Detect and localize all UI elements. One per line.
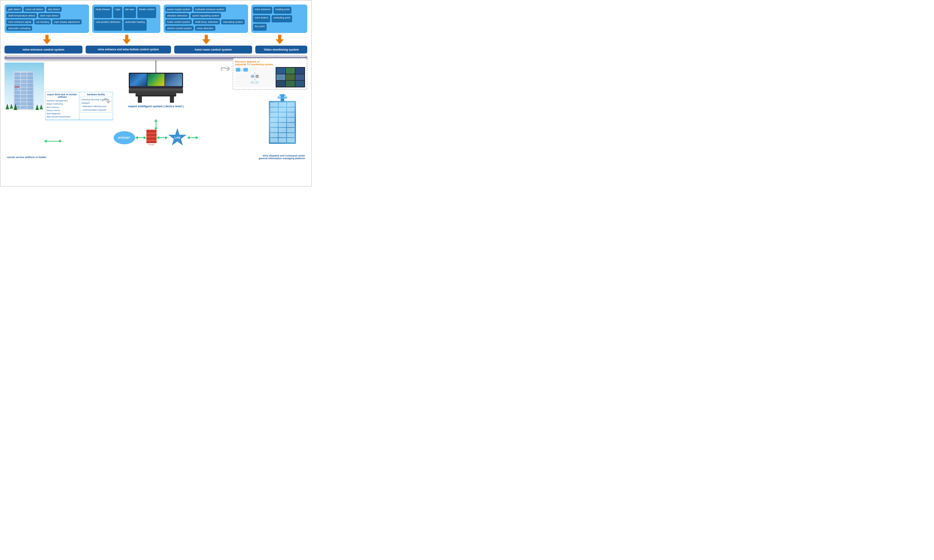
- system-bar-4: Video monitoring system: [255, 46, 307, 54]
- expert-box: expert intelligent system ( device level…: [126, 73, 185, 108]
- tag-mine-bottom: mine bottom: [253, 15, 270, 22]
- blue-box-3: power supply system hydraulic pressure s…: [163, 5, 248, 33]
- tag-loading-point: loading point: [274, 7, 291, 14]
- arrow-lan-bldg: [187, 136, 198, 139]
- tag-tail-rope: tail rope: [123, 7, 136, 18]
- firewall-label: firewall: [149, 144, 154, 146]
- software-title: expert think tank of monitor software: [46, 93, 78, 98]
- arrows-section: [3, 34, 309, 45]
- curved-arrow-left: ↷: [102, 95, 111, 108]
- tag-unloading-point: unloading point: [271, 15, 292, 22]
- expert-label: expert intelligent system ( device level…: [126, 105, 185, 108]
- tag-brake: brake control system: [165, 19, 192, 25]
- tag-noise: noise detection: [195, 26, 215, 31]
- tag-shaft-temp: shaft temperature detect: [6, 13, 37, 18]
- lan-star: LAN: [168, 128, 187, 147]
- blue-box-1: gate detect curve rail detect skip detec…: [5, 5, 89, 33]
- tag-cage: cage: [113, 7, 122, 18]
- tag-vibration: vibration detection: [165, 13, 189, 18]
- sw-fault-mem: fault memory: [46, 106, 78, 109]
- tag-skip-detect: skip detect: [46, 7, 62, 12]
- tag-key-point: key point: [253, 24, 267, 31]
- tag-head-sheave: head sheave: [94, 7, 112, 18]
- system-bar-2: mine entrance and mine bottom control sy…: [86, 46, 171, 54]
- arrow-1: [5, 34, 89, 45]
- lan-label: LAN: [168, 128, 187, 147]
- bottom-label-right: mine dispatch and command center general…: [259, 154, 305, 160]
- arrow-2: [92, 34, 160, 45]
- tag-hydraulic: hydraulic pressure system: [194, 7, 226, 12]
- blue-box-4: mine entrance loading point mine bottom …: [251, 5, 307, 33]
- tag-mine-entrance2: mine entrance: [253, 7, 273, 14]
- bottom-section: expert intelligent system ( device level…: [5, 60, 307, 160]
- sw-data-remote: data remote transmission: [46, 115, 78, 118]
- tv-box: Structure diagram of industrial TV monit…: [233, 58, 307, 90]
- sw-machine-mgmt: machine management: [46, 99, 78, 102]
- system-bar-1: mine entrance control system: [5, 46, 82, 54]
- tag-steel-rope: steel rope detect: [38, 13, 60, 18]
- sw-history: history record: [46, 109, 78, 112]
- tag-auto-loading: automatic loading: [123, 19, 146, 31]
- arrow-internet-fw: [135, 136, 146, 139]
- arrow-bldg-internet: [44, 140, 62, 143]
- blue-box-2: head sheave cage tail rope feeder contro…: [92, 5, 160, 33]
- hw-comm: · communication newwork: [82, 108, 111, 112]
- system-bar-3: hoist room control system: [174, 46, 252, 54]
- tag-rope-steady: rope steady adjustment: [52, 19, 82, 25]
- main-container: gate detect curve rail detect skip detec…: [0, 0, 312, 186]
- system-bars: mine entrance control system mine entran…: [3, 46, 309, 54]
- building-left: 华飞: [5, 63, 44, 110]
- tv-box-title: Structure diagram of industrial TV monit…: [235, 60, 305, 66]
- curved-arrow: ↩: [219, 60, 231, 77]
- tag-mine-entrance-sig: mine entrance signal: [6, 19, 33, 25]
- network-row: INTERNET firewall: [5, 128, 307, 147]
- tv-diagram: [235, 67, 305, 88]
- tag-auto-unload: automatic unloading: [6, 26, 32, 31]
- arrow-3: [164, 34, 249, 45]
- tag-power-supply: power supply system: [165, 7, 192, 12]
- tag-curve-rail: curve rail detect: [23, 7, 45, 12]
- firewall: firewall: [146, 129, 157, 146]
- tag-speed-reg: speed regulating system: [190, 13, 221, 18]
- bottom-label-left: remote service platform in Huafei: [7, 156, 46, 158]
- arrow-fw-lan: [157, 136, 168, 139]
- tag-feeder-control: feeder control: [137, 7, 156, 18]
- pipe-connector-center: [156, 60, 156, 73]
- tag-car-handing: car handing: [34, 19, 51, 25]
- top-section: gate detect curve rail detect skip detec…: [3, 3, 309, 33]
- tag-shaft-temp2: shaft temp. detection: [193, 19, 220, 25]
- arrow-4: [252, 34, 307, 45]
- internet-bubble: INTERNET: [114, 131, 135, 144]
- tag-coal-pos: coal position detection: [94, 19, 122, 31]
- tag-gate-detect: gate detect: [6, 7, 22, 12]
- sw-status-mon: status monitoring: [46, 102, 78, 105]
- sw-fault-diag: fault diagnosis: [46, 112, 78, 115]
- tag-lubricating: lubricating system: [221, 19, 245, 25]
- tag-electric-ctrl: electric control system: [165, 26, 194, 31]
